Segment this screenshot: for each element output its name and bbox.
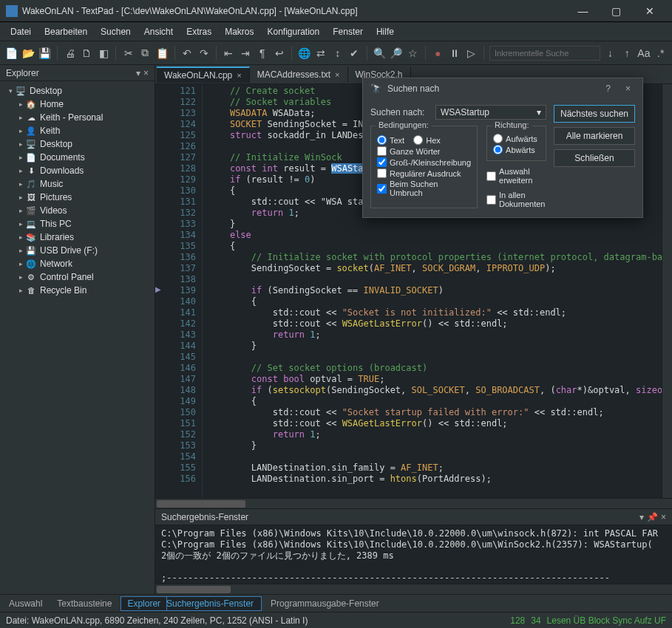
tree-item[interactable]: ▸📄Documents bbox=[0, 151, 155, 164]
menu-fenster[interactable]: Fenster bbox=[327, 27, 369, 37]
search-value: WSAStartup bbox=[441, 107, 489, 117]
results-title: Suchergebnis-Fenster bbox=[161, 512, 248, 522]
tree-item[interactable]: ▸🎬Videos bbox=[0, 204, 155, 217]
menu-suchen[interactable]: Suchen bbox=[95, 27, 137, 37]
bookmark-icon[interactable]: ☆ bbox=[406, 45, 420, 61]
check-alldocs[interactable]: In allen Dokumenten bbox=[486, 191, 546, 208]
menu-extras[interactable]: Extras bbox=[180, 27, 217, 37]
close-button[interactable]: Schließen bbox=[554, 149, 635, 167]
compare-icon[interactable]: ⇄ bbox=[314, 45, 328, 61]
check-whole-words[interactable]: Ganze Wörter bbox=[377, 146, 471, 156]
tree-item[interactable]: ▸👤Keith bbox=[0, 124, 155, 137]
radio-up[interactable]: Aufwärts bbox=[493, 134, 540, 143]
explorer-menu-icon[interactable]: ▾ bbox=[136, 68, 140, 78]
results-body[interactable]: C:\Program Files (x86)\Windows Kits\10\I… bbox=[155, 525, 672, 584]
open-file-icon[interactable]: 📂 bbox=[21, 45, 35, 61]
print-icon[interactable]: 🖨 bbox=[63, 45, 77, 61]
pause-icon[interactable]: ⏸ bbox=[448, 45, 462, 61]
explorer-close-icon[interactable]: × bbox=[143, 68, 149, 78]
tree-item[interactable]: ▸📚Libraries bbox=[0, 231, 155, 244]
menu-hilfe[interactable]: Hilfe bbox=[370, 27, 400, 37]
btab-explorer[interactable]: Explorer bbox=[121, 596, 167, 611]
search-down-icon[interactable]: ↓ bbox=[603, 45, 617, 61]
menu-datei[interactable]: Datei bbox=[4, 27, 37, 37]
new-file-icon[interactable]: 📄 bbox=[4, 45, 18, 61]
search-icon[interactable]: 🔍 bbox=[373, 45, 387, 61]
tab-label: MACAddresses.txt bbox=[257, 69, 330, 80]
window-minimize[interactable]: — bbox=[566, 1, 600, 21]
radio-down[interactable]: Abwärts bbox=[493, 145, 540, 154]
tree-item[interactable]: ▸⚙Control Panel bbox=[0, 270, 155, 284]
indent-left-icon[interactable]: ⇤ bbox=[222, 45, 236, 61]
dropdown-icon[interactable]: ▾ bbox=[537, 107, 541, 117]
tree-item[interactable]: ▸🌐Network bbox=[0, 257, 155, 270]
results-tab-search[interactable]: Suchergebnis-Fenster bbox=[158, 596, 262, 611]
check-regex[interactable]: Regulärer Ausdruck bbox=[377, 168, 471, 178]
undo-icon[interactable]: ↶ bbox=[180, 45, 194, 61]
menu-bearbeiten[interactable]: Bearbeiten bbox=[38, 27, 93, 37]
dialog-help-icon[interactable]: ? bbox=[601, 83, 615, 94]
tree-item[interactable]: ▸☁Keith - Personal bbox=[0, 111, 155, 124]
tree-item[interactable]: ▸🖼Pictures bbox=[0, 191, 155, 204]
tab-close-icon[interactable]: × bbox=[237, 71, 241, 80]
results-pin-icon[interactable]: 📌 bbox=[647, 512, 658, 522]
tree-item[interactable]: ▸💾USB Drive (F:) bbox=[0, 244, 155, 257]
search-text-combo[interactable]: WSAStartup ▾ bbox=[435, 105, 546, 120]
menu-ansicht[interactable]: Ansicht bbox=[138, 27, 179, 37]
results-tab-output[interactable]: Programmausgabe-Fenster bbox=[263, 597, 387, 610]
menu-konfiguration[interactable]: Konfiguration bbox=[261, 27, 325, 37]
find-next-icon[interactable]: 🔎 bbox=[389, 45, 403, 61]
preview-icon[interactable]: 🗋 bbox=[80, 45, 94, 61]
tree-item[interactable]: ▾🖥️Desktop bbox=[0, 84, 155, 98]
tree-item[interactable]: ▸🗑Recycle Bin bbox=[0, 284, 155, 297]
radio-text[interactable]: Text bbox=[377, 135, 404, 145]
results-close-icon[interactable]: × bbox=[661, 512, 666, 522]
tab-wakeonlan[interactable]: WakeOnLAN.cpp × bbox=[157, 66, 250, 83]
redo-icon[interactable]: ↷ bbox=[197, 45, 211, 61]
results-h-scroll[interactable] bbox=[155, 584, 672, 594]
paste-icon[interactable]: 📋 bbox=[155, 45, 169, 61]
window-maximize[interactable]: ▢ bbox=[600, 1, 633, 21]
explorer-tree[interactable]: ▾🖥️Desktop▸🏠Home▸☁Keith - Personal▸👤Keit… bbox=[0, 81, 155, 612]
regex-toggle-icon[interactable]: .* bbox=[654, 45, 668, 61]
check-extend[interactable]: Auswahl erweitern bbox=[486, 167, 546, 185]
indent-right-icon[interactable]: ⇥ bbox=[239, 45, 253, 61]
tree-item[interactable]: ▸💻This PC bbox=[0, 217, 155, 231]
btab-auswahl[interactable]: Auswahl bbox=[3, 597, 48, 610]
tab-macaddresses[interactable]: MACAddresses.txt × bbox=[250, 66, 348, 83]
case-toggle[interactable]: Aa bbox=[637, 45, 651, 61]
copy-icon[interactable]: ⧉ bbox=[138, 45, 152, 61]
spell-icon[interactable]: ✔ bbox=[347, 45, 362, 61]
menu-makros[interactable]: Makros bbox=[219, 27, 259, 37]
pilcrow-icon[interactable]: ¶ bbox=[255, 45, 269, 61]
btab-textbausteine[interactable]: Textbausteine bbox=[51, 597, 118, 610]
find-next-button[interactable]: Nächstes suchen bbox=[554, 105, 635, 123]
conditions-label: Bedingungen: bbox=[376, 120, 432, 129]
dialog-close-icon[interactable]: × bbox=[621, 83, 635, 94]
status-col: 34 bbox=[531, 615, 540, 626]
check-wrap[interactable]: Beim Suchen Umbruch bbox=[377, 180, 471, 197]
tree-item[interactable]: ▸🖥️Desktop bbox=[0, 137, 155, 151]
incremental-search-input[interactable] bbox=[489, 46, 600, 61]
play-icon[interactable]: ▷ bbox=[464, 45, 478, 61]
vertical-scrollbar[interactable] bbox=[662, 84, 672, 498]
menubar: Datei Bearbeiten Suchen Ansicht Extras M… bbox=[0, 22, 672, 41]
tree-item[interactable]: ▸⬇Downloads bbox=[0, 164, 155, 177]
tree-item[interactable]: ▸🎵Music bbox=[0, 177, 155, 191]
tree-item[interactable]: ▸🏠Home bbox=[0, 98, 155, 111]
record-icon[interactable]: ● bbox=[431, 45, 445, 61]
save-icon[interactable]: 💾 bbox=[38, 45, 52, 61]
window-close[interactable]: ✕ bbox=[633, 1, 666, 21]
mark-all-button[interactable]: Alle markieren bbox=[554, 127, 635, 145]
toggle-icon[interactable]: ◧ bbox=[97, 45, 111, 61]
radio-hex[interactable]: Hex bbox=[413, 135, 441, 145]
results-menu-icon[interactable]: ▾ bbox=[639, 512, 644, 522]
search-up-icon[interactable]: ↑ bbox=[620, 45, 634, 61]
sort-icon[interactable]: ↕ bbox=[330, 45, 345, 61]
globe-icon[interactable]: 🌐 bbox=[297, 45, 311, 61]
cut-icon[interactable]: ✂ bbox=[121, 45, 135, 61]
horizontal-scrollbar[interactable] bbox=[155, 498, 672, 508]
wrap-icon[interactable]: ↩ bbox=[272, 45, 286, 61]
tab-close-icon[interactable]: × bbox=[335, 70, 339, 79]
check-case[interactable]: Groß-/Kleinschreibung bbox=[377, 157, 471, 167]
